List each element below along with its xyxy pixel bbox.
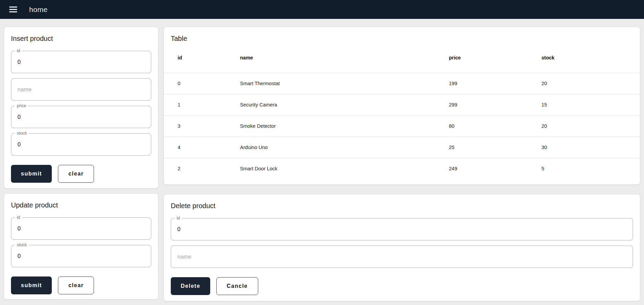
cell-id: 0 bbox=[164, 73, 226, 94]
cell-id: 1 bbox=[164, 94, 226, 115]
insert-product-card: Insert product id price stock submit cle… bbox=[4, 27, 158, 189]
cell-stock: 30 bbox=[528, 137, 640, 158]
table-card-title: Table bbox=[171, 34, 633, 43]
update-id-field: id bbox=[11, 217, 151, 240]
cell-id: 2 bbox=[164, 158, 226, 185]
menu-button[interactable] bbox=[5, 1, 21, 18]
insert-name-input[interactable] bbox=[11, 79, 151, 100]
products-table: id name price stock 0 Smart Thermostat 1… bbox=[164, 43, 640, 185]
insert-stock-field: stock bbox=[11, 133, 151, 156]
cell-name: Security Camera bbox=[226, 94, 435, 115]
column-header-price: price bbox=[435, 43, 528, 73]
update-product-card: Update product id stock submit clear bbox=[4, 193, 158, 300]
insert-price-label: price bbox=[15, 103, 28, 109]
cell-name: Smoke Detector bbox=[226, 115, 435, 137]
insert-id-field: id bbox=[11, 51, 151, 73]
app-title: home bbox=[29, 5, 48, 14]
cell-price: 249 bbox=[435, 158, 528, 185]
delete-name-field bbox=[171, 246, 633, 268]
delete-card-title: Delete product bbox=[171, 201, 633, 210]
table-row: 4 Arduino Uno 25 30 bbox=[164, 137, 640, 158]
cell-name: Arduino Uno bbox=[226, 137, 435, 158]
update-submit-button[interactable]: submit bbox=[11, 276, 52, 294]
update-card-title: Update product bbox=[11, 201, 151, 210]
cell-price: 299 bbox=[435, 94, 528, 115]
insert-price-input[interactable] bbox=[11, 106, 151, 128]
update-stock-input[interactable] bbox=[11, 245, 151, 267]
cancel-button[interactable]: Cancle bbox=[216, 277, 258, 295]
insert-clear-button[interactable]: clear bbox=[58, 165, 94, 183]
delete-id-input[interactable] bbox=[171, 218, 633, 240]
hamburger-icon bbox=[9, 7, 17, 12]
cell-stock: 20 bbox=[528, 73, 640, 94]
cell-stock: 20 bbox=[528, 115, 640, 137]
products-table-card: Table id name price stock 0 Smart Thermo… bbox=[164, 27, 640, 185]
insert-price-field: price bbox=[11, 106, 151, 128]
cell-name: Smart Thermostat bbox=[226, 73, 435, 94]
delete-id-field: id bbox=[171, 218, 633, 240]
cell-id: 4 bbox=[164, 137, 226, 158]
insert-stock-label: stock bbox=[15, 131, 29, 136]
table-row: 1 Security Camera 299 15 bbox=[164, 94, 640, 115]
insert-id-label: id bbox=[15, 48, 22, 54]
table-row: 3 Smoke Detector 80 20 bbox=[164, 115, 640, 137]
update-clear-button[interactable]: clear bbox=[58, 276, 94, 294]
column-header-name: name bbox=[226, 43, 435, 73]
insert-button-row: submit clear bbox=[11, 165, 151, 183]
cell-id: 3 bbox=[164, 115, 226, 137]
delete-name-input[interactable] bbox=[171, 246, 633, 268]
insert-id-input[interactable] bbox=[11, 51, 151, 73]
update-id-label: id bbox=[15, 215, 22, 220]
column-header-id: id bbox=[164, 43, 226, 73]
insert-submit-button[interactable]: submit bbox=[11, 165, 52, 183]
insert-name-field bbox=[11, 78, 151, 101]
column-header-stock: stock bbox=[528, 43, 640, 73]
insert-card-title: Insert product bbox=[11, 34, 151, 43]
cell-price: 199 bbox=[435, 73, 528, 94]
update-id-input[interactable] bbox=[11, 218, 151, 239]
table-row: 0 Smart Thermostat 199 20 bbox=[164, 73, 640, 94]
table-row: 2 Smart Door Lock 249 5 bbox=[164, 158, 640, 185]
cell-price: 80 bbox=[435, 115, 528, 137]
insert-stock-input[interactable] bbox=[11, 134, 151, 155]
cell-name: Smart Door Lock bbox=[226, 158, 435, 185]
table-header-row: id name price stock bbox=[164, 43, 640, 73]
cell-stock: 15 bbox=[528, 94, 640, 115]
update-stock-label: stock bbox=[15, 242, 29, 248]
cell-stock: 5 bbox=[528, 158, 640, 185]
update-stock-field: stock bbox=[11, 245, 151, 267]
delete-product-card: Delete product id Delete Cancle bbox=[164, 194, 640, 301]
delete-button-row: Delete Cancle bbox=[171, 277, 633, 295]
delete-button[interactable]: Delete bbox=[171, 277, 210, 295]
delete-id-label: id bbox=[175, 215, 182, 221]
app-bar: home bbox=[0, 0, 644, 19]
cell-price: 25 bbox=[435, 137, 528, 158]
update-button-row: submit clear bbox=[11, 276, 151, 294]
